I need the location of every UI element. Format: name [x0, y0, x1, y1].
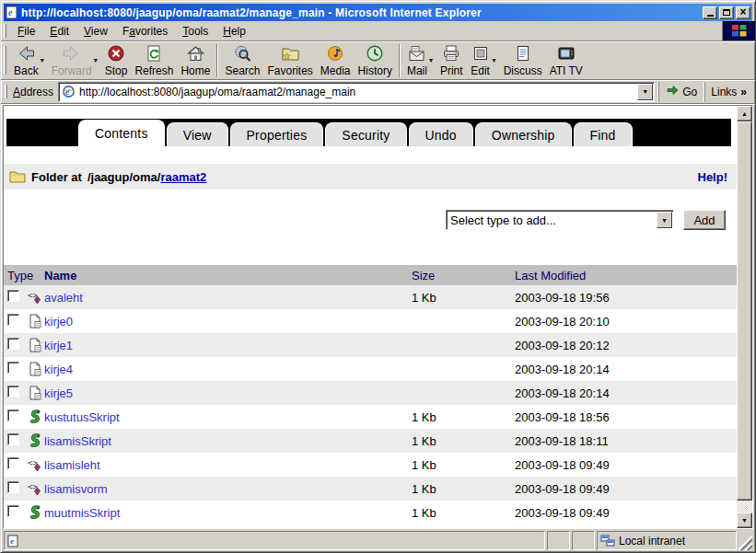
- row-checkbox[interactable]: [7, 409, 19, 421]
- table-row: <>avaleht1 Kb2003-09-18 19:56: [4, 285, 737, 309]
- maximize-button[interactable]: [719, 6, 734, 19]
- toolbar-button-refresh[interactable]: Refresh: [131, 43, 177, 78]
- item-size: 1 Kb: [412, 291, 515, 305]
- toolbar-button-stop[interactable]: Stop: [101, 43, 132, 78]
- menu-item-file[interactable]: File: [10, 23, 42, 40]
- zope-manage-page: ContentsViewPropertiesSecurityUndoOwners…: [4, 106, 737, 528]
- item-link[interactable]: lisamisleht: [44, 458, 100, 472]
- table-row: kirje42003-09-18 20:14: [4, 357, 737, 381]
- toolbar-button-history[interactable]: History: [355, 43, 396, 78]
- vertical-scrollbar[interactable]: ▲ ▼: [737, 106, 752, 528]
- python-script-icon: [28, 409, 44, 424]
- svg-text:e: e: [8, 7, 13, 17]
- select-dropdown-icon[interactable]: ▼: [657, 212, 672, 228]
- tab-undo[interactable]: Undo: [409, 122, 473, 146]
- content-viewport: ContentsViewPropertiesSecurityUndoOwners…: [3, 105, 753, 529]
- menubar-grip[interactable]: [4, 24, 6, 38]
- header-size[interactable]: Size: [412, 269, 515, 282]
- address-url[interactable]: http://localhost:8080/jaagup/oma/raamat2…: [79, 86, 637, 98]
- toolbar-button-search[interactable]: Search: [221, 43, 263, 78]
- table-header: Type Name Size Last Modified: [4, 265, 737, 285]
- item-link[interactable]: kirje0: [44, 315, 73, 328]
- menu-item-favorites[interactable]: Favorites: [115, 23, 175, 40]
- go-icon: [667, 85, 679, 98]
- close-button[interactable]: ×: [736, 6, 750, 19]
- header-type[interactable]: Type: [6, 269, 44, 282]
- resize-grip[interactable]: [739, 531, 752, 550]
- toolbar-button-print[interactable]: Print: [436, 43, 467, 78]
- item-link[interactable]: kirje1: [44, 339, 73, 352]
- home-icon: [185, 44, 205, 63]
- intranet-zone-icon: [600, 535, 615, 547]
- tab-contents[interactable]: Contents: [78, 120, 165, 146]
- toolbar-button-favorites[interactable]: Favorites: [264, 43, 317, 78]
- row-checkbox[interactable]: [7, 338, 19, 350]
- toolbar-button-mail[interactable]: Mail▾: [403, 43, 436, 78]
- toolbar-button-home[interactable]: Home: [177, 43, 214, 78]
- item-link[interactable]: kirje5: [44, 386, 73, 400]
- tab-view[interactable]: View: [167, 122, 228, 146]
- chevron-down-icon[interactable]: ▾: [41, 56, 44, 64]
- toolbar-button-forward: Forward▾: [48, 43, 101, 78]
- toolbar-grip[interactable]: [4, 46, 6, 75]
- scroll-thumb[interactable]: [737, 121, 752, 501]
- header-name[interactable]: Name: [44, 269, 412, 282]
- toolbar-button-discuss[interactable]: Discuss: [500, 43, 546, 78]
- folder-current-link[interactable]: raamat2: [160, 170, 206, 184]
- item-link[interactable]: lisamisSkript: [44, 434, 111, 448]
- folder-bar: Folder at /jaagup/oma/raamat2 Help!: [4, 164, 737, 190]
- chevron-down-icon[interactable]: ▾: [429, 56, 433, 64]
- tab-properties[interactable]: Properties: [230, 122, 324, 146]
- item-modified: 2003-09-18 20:14: [515, 363, 737, 376]
- toolbar-button-ati-tv[interactable]: ATI TV: [546, 43, 587, 78]
- minimize-button[interactable]: [703, 6, 717, 19]
- toolbar-button-label: Home: [180, 64, 210, 77]
- go-button[interactable]: Go: [658, 82, 704, 102]
- header-modified[interactable]: Last Modified: [515, 269, 737, 282]
- item-link[interactable]: muutmisSkript: [44, 506, 120, 520]
- row-checkbox[interactable]: [7, 362, 19, 374]
- item-link[interactable]: kirje4: [44, 363, 73, 376]
- table-row: <>lisamisvorm1 Kb2003-09-18 09:49: [4, 477, 737, 501]
- toolbar-button-back[interactable]: Back▾: [10, 43, 48, 78]
- menu-item-help[interactable]: Help: [215, 23, 253, 40]
- item-link[interactable]: kustutusSkript: [44, 410, 120, 424]
- add-button[interactable]: Add: [683, 210, 726, 230]
- chevron-down-icon[interactable]: ▾: [493, 56, 496, 64]
- tab-find[interactable]: Find: [574, 122, 633, 146]
- folder-path: /jaagup/oma/raamat2: [87, 170, 206, 184]
- svg-text:e: e: [65, 86, 70, 97]
- row-checkbox[interactable]: [7, 481, 19, 493]
- scroll-up-button[interactable]: ▲: [737, 106, 752, 121]
- item-link[interactable]: avaleht: [44, 291, 83, 305]
- row-checkbox[interactable]: [7, 290, 19, 302]
- status-zone-panel: Local intranet: [597, 531, 737, 550]
- scroll-track[interactable]: [737, 501, 752, 513]
- row-checkbox[interactable]: [7, 314, 19, 326]
- address-dropdown-button[interactable]: ▼: [637, 84, 653, 100]
- chevron-down-icon[interactable]: ▾: [94, 56, 98, 64]
- address-input[interactable]: e http://localhost:8080/jaagup/oma/raama…: [58, 82, 655, 102]
- tab-security[interactable]: Security: [325, 122, 406, 146]
- menu-item-tools[interactable]: Tools: [175, 23, 215, 40]
- type-select[interactable]: Select type to add... ▼: [446, 210, 674, 230]
- toolbar-button-media[interactable]: Media: [317, 43, 355, 78]
- folder-icon: [9, 170, 26, 183]
- row-checkbox[interactable]: [7, 505, 19, 517]
- toolbar-button-edit[interactable]: Edit▾: [467, 43, 500, 78]
- tab-ownership[interactable]: Ownership: [475, 122, 572, 146]
- links-button[interactable]: Links »: [704, 82, 752, 102]
- minimize-icon: [707, 15, 714, 17]
- addressbar-grip[interactable]: [5, 85, 7, 98]
- row-checkbox[interactable]: [7, 433, 19, 445]
- table-row: lisamisSkript1 Kb2003-09-18 18:11: [4, 429, 737, 453]
- menu-item-edit[interactable]: Edit: [42, 23, 76, 40]
- item-link[interactable]: lisamisvorm: [44, 482, 108, 496]
- scroll-down-button[interactable]: ▼: [737, 513, 752, 528]
- row-checkbox[interactable]: [7, 457, 19, 469]
- menu-item-view[interactable]: View: [76, 23, 115, 40]
- toolbar-button-label: Edit: [471, 64, 490, 77]
- help-link[interactable]: Help!: [698, 170, 728, 184]
- row-checkbox[interactable]: [7, 386, 19, 397]
- item-modified: 2003-09-18 20:10: [515, 315, 737, 328]
